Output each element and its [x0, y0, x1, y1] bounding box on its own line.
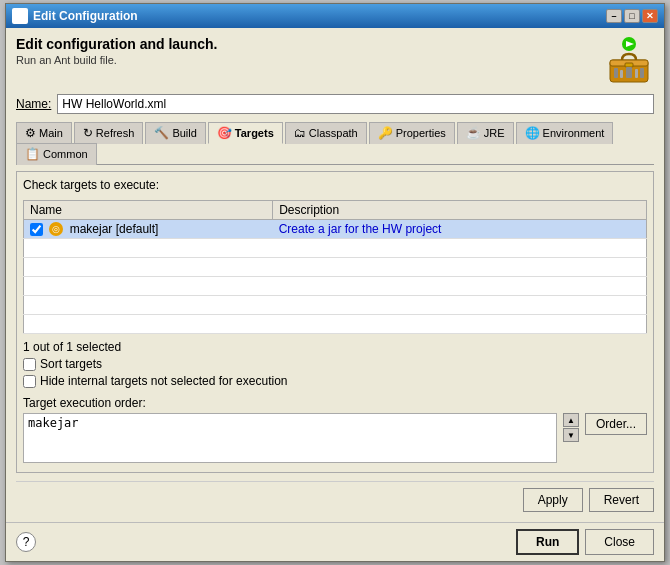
svg-rect-7 — [626, 67, 632, 78]
tab-build[interactable]: 🔨 Build — [145, 122, 205, 144]
tab-main[interactable]: ⚙ Main — [16, 122, 72, 144]
scroll-up-button[interactable]: ▲ — [563, 413, 579, 427]
content-area: Edit configuration and launch. Run an An… — [6, 28, 664, 523]
tab-refresh[interactable]: ↻ Refresh — [74, 122, 144, 144]
exec-order-row: makejar ▲ ▼ Order... — [23, 413, 647, 466]
tab-refresh-label: Refresh — [96, 127, 135, 139]
help-button[interactable]: ? — [16, 532, 36, 552]
title-bar-left: ⚙ Edit Configuration — [12, 8, 138, 24]
empty-cell — [273, 258, 647, 277]
header-title: Edit configuration and launch. — [16, 36, 217, 52]
apply-button[interactable]: Apply — [523, 488, 583, 512]
table-row — [24, 277, 647, 296]
tab-main-label: Main — [39, 127, 63, 139]
classpath-icon: 🗂 — [294, 126, 306, 140]
table-row — [24, 258, 647, 277]
empty-cell — [24, 315, 273, 334]
common-icon: 📋 — [25, 147, 40, 161]
footer-run-close: Run Close — [516, 529, 654, 555]
svg-rect-6 — [620, 70, 623, 78]
tab-targets[interactable]: 🎯 Targets — [208, 122, 283, 144]
selection-stats: 1 out of 1 selected — [23, 340, 647, 354]
svg-rect-9 — [640, 68, 644, 78]
exec-order-section: Target execution order: makejar ▲ ▼ Orde… — [23, 396, 647, 466]
col-name: Name — [24, 200, 273, 219]
name-label: Name: — [16, 97, 51, 111]
environment-icon: 🌐 — [525, 126, 540, 140]
tab-properties-label: Properties — [396, 127, 446, 139]
jre-icon: ☕ — [466, 126, 481, 140]
refresh-icon: ↻ — [83, 126, 93, 140]
tab-jre-label: JRE — [484, 127, 505, 139]
row-name-cell: ◎ makejar [default] — [24, 219, 273, 239]
header-subtitle: Run an Ant build file. — [16, 54, 217, 66]
table-row — [24, 296, 647, 315]
tab-common-label: Common — [43, 148, 88, 160]
empty-cell — [273, 296, 647, 315]
window-icon: ⚙ — [12, 8, 28, 24]
targets-icon: 🎯 — [217, 126, 232, 140]
window-title: Edit Configuration — [33, 9, 138, 23]
sort-targets-row: Sort targets — [23, 357, 647, 371]
main-icon: ⚙ — [25, 126, 36, 140]
build-icon: 🔨 — [154, 126, 169, 140]
properties-icon: 🔑 — [378, 126, 393, 140]
tabs-bar: ⚙ Main ↻ Refresh 🔨 Build 🎯 Targets 🗂 Cla… — [16, 122, 654, 165]
svg-rect-4 — [625, 63, 633, 67]
tab-properties[interactable]: 🔑 Properties — [369, 122, 455, 144]
tab-targets-label: Targets — [235, 127, 274, 139]
tab-jre[interactable]: ☕ JRE — [457, 122, 514, 144]
revert-button[interactable]: Revert — [589, 488, 654, 512]
window-close-button[interactable]: ✕ — [642, 9, 658, 23]
empty-cell — [24, 239, 273, 258]
tab-classpath-label: Classpath — [309, 127, 358, 139]
panel: Check targets to execute: Name Descripti… — [16, 171, 654, 474]
title-controls: – □ ✕ — [606, 9, 658, 23]
order-button[interactable]: Order... — [585, 413, 647, 435]
empty-cell — [24, 258, 273, 277]
empty-cell — [24, 277, 273, 296]
title-bar: ⚙ Edit Configuration – □ ✕ — [6, 4, 664, 28]
stats-section: 1 out of 1 selected Sort targets Hide in… — [23, 340, 647, 388]
col-description: Description — [273, 200, 647, 219]
hide-targets-row: Hide internal targets not selected for e… — [23, 374, 647, 388]
exec-order-textarea[interactable]: makejar — [23, 413, 557, 463]
tab-classpath[interactable]: 🗂 Classpath — [285, 122, 367, 144]
tab-environment-label: Environment — [543, 127, 605, 139]
row-checkbox[interactable] — [30, 223, 43, 236]
header-text: Edit configuration and launch. Run an An… — [16, 36, 217, 66]
toolbox-icon — [604, 36, 654, 86]
svg-rect-8 — [635, 69, 638, 78]
ant-icon — [604, 36, 654, 86]
table-row — [24, 239, 647, 258]
tab-common[interactable]: 📋 Common — [16, 143, 97, 165]
empty-cell — [24, 296, 273, 315]
maximize-button[interactable]: □ — [624, 9, 640, 23]
tab-environment[interactable]: 🌐 Environment — [516, 122, 614, 144]
target-icon: ◎ — [49, 222, 63, 236]
table-row — [24, 315, 647, 334]
bottom-buttons: Apply Revert — [16, 481, 654, 512]
check-targets-label: Check targets to execute: — [23, 178, 647, 196]
exec-textarea-wrap: makejar — [23, 413, 557, 466]
targets-table: Name Description ◎ makejar [default] Cre… — [23, 200, 647, 335]
edit-configuration-window: ⚙ Edit Configuration – □ ✕ Edit configur… — [5, 3, 665, 563]
table-row[interactable]: ◎ makejar [default] Create a jar for the… — [24, 219, 647, 239]
run-button[interactable]: Run — [516, 529, 579, 555]
tab-build-label: Build — [172, 127, 196, 139]
header-section: Edit configuration and launch. Run an An… — [16, 36, 654, 86]
name-input[interactable] — [57, 94, 654, 114]
empty-cell — [273, 239, 647, 258]
hide-targets-label: Hide internal targets not selected for e… — [40, 374, 287, 388]
name-row: Name: — [16, 94, 654, 114]
hide-targets-checkbox[interactable] — [23, 375, 36, 388]
minimize-button[interactable]: – — [606, 9, 622, 23]
scroll-down-button[interactable]: ▼ — [563, 428, 579, 442]
sort-targets-label: Sort targets — [40, 357, 102, 371]
row-name: makejar [default] — [70, 222, 159, 236]
exec-order-label: Target execution order: — [23, 396, 647, 410]
sort-targets-checkbox[interactable] — [23, 358, 36, 371]
close-button[interactable]: Close — [585, 529, 654, 555]
empty-cell — [273, 315, 647, 334]
svg-rect-5 — [614, 68, 618, 78]
